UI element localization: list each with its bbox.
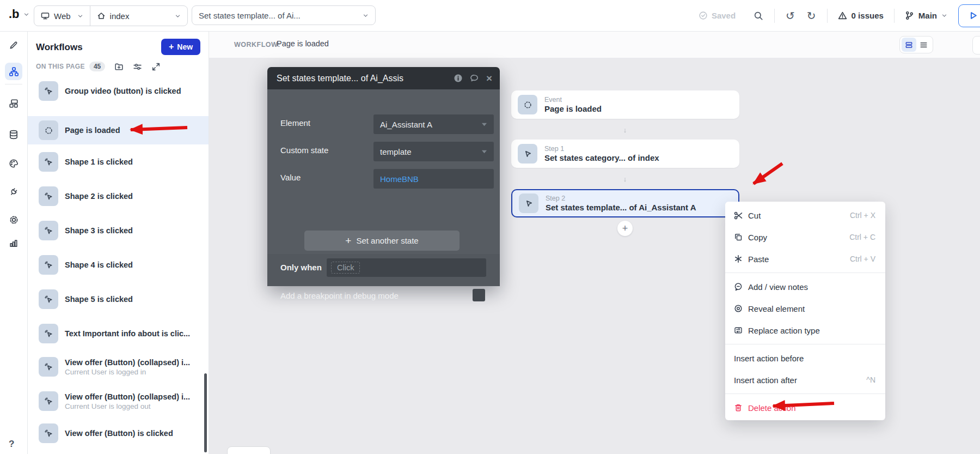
click-event-icon (39, 255, 58, 275)
divider (894, 9, 895, 23)
menu-item-insert-after[interactable]: Insert action after ^N (725, 369, 885, 391)
save-status: Saved (699, 11, 736, 20)
logs-chart-icon[interactable] (5, 234, 22, 252)
new-button-label: New (177, 43, 193, 51)
custom-state-value: template (380, 147, 412, 156)
menu-item-label: Cut (748, 211, 761, 220)
menu-item-shortcut: ^N (866, 376, 875, 384)
workflow-item-label: Shape 2 is clicked (65, 192, 133, 201)
replace-swap-icon (734, 326, 748, 335)
clipped-toolbar-button[interactable] (972, 36, 980, 55)
menu-item-label: Add / view notes (748, 282, 808, 292)
workflow-list-item[interactable]: Shape 2 is clicked (27, 182, 209, 210)
menu-item-shortcut: Ctrl + V (850, 255, 875, 263)
expand-icon[interactable] (151, 62, 161, 71)
menu-item-copy[interactable]: Copy Ctrl + C (725, 226, 885, 248)
value-expression[interactable]: HomeBNB (380, 174, 419, 184)
flow-connector-arrow (624, 171, 626, 189)
add-action-button[interactable]: + (617, 221, 633, 236)
platform-dropdown[interactable]: Web (34, 6, 90, 26)
workflow-list-item[interactable]: Group video (button) is clicked (27, 77, 209, 105)
menu-item-label: Paste (748, 255, 769, 264)
bubble-logo-menu[interactable]: .b (9, 7, 29, 21)
workflow-list-item[interactable]: Shape 5 is clicked (27, 285, 209, 313)
undo-button[interactable]: ↺ (786, 10, 795, 21)
canvas-bottom-control[interactable] (227, 446, 271, 454)
menu-item-notes[interactable]: Add / view notes (725, 276, 885, 298)
workflow-item-label: Shape 1 is clicked (65, 158, 133, 166)
click-event-icon (39, 289, 58, 309)
menu-item-replace[interactable]: Replace action type (725, 319, 885, 341)
click-event-icon (39, 324, 58, 343)
card-view-icon[interactable] (902, 38, 916, 52)
info-icon[interactable] (454, 74, 463, 83)
warning-triangle-icon (838, 11, 847, 20)
workflow-list-item[interactable]: Shape 1 is clicked (27, 148, 209, 176)
page-dropdown[interactable]: index (90, 6, 187, 26)
value-expression-field[interactable]: HomeBNB (373, 169, 494, 189)
filter-sliders-icon[interactable] (133, 62, 142, 71)
only-when-label: Only when (280, 263, 322, 272)
menu-item-delete-action[interactable]: Delete action (725, 397, 885, 419)
chevron-down-icon (941, 13, 947, 19)
menu-item-insert-before[interactable]: Insert action before (725, 347, 885, 369)
redo-button[interactable]: ↻ (807, 10, 816, 21)
new-workflow-button[interactable]: + New (161, 39, 200, 55)
styles-palette-icon[interactable] (5, 155, 22, 172)
modal-header[interactable]: Set states template... of Ai_Assis × (267, 67, 500, 89)
list-view-icon[interactable] (916, 38, 931, 52)
page-label: index (110, 11, 130, 21)
workflow-list-item[interactable]: View offer (Button) (collapsed) i... Cur… (27, 385, 209, 417)
custom-state-dropdown[interactable]: template (373, 142, 494, 161)
set-another-state-button[interactable]: + Set another state (304, 231, 460, 251)
issues-indicator[interactable]: 0 issues (838, 11, 884, 20)
left-icon-rail: ? (0, 31, 28, 454)
workflow-item-label: Shape 5 is clicked (65, 295, 133, 304)
platform-label: Web (54, 11, 71, 21)
workflow-list-item[interactable]: Shape 4 is clicked (27, 251, 209, 279)
workflow-header-label: WORKFLOW: (234, 41, 280, 49)
menu-item-shortcut: Ctrl + C (849, 233, 875, 241)
workflow-node-step1[interactable]: Step 1 Set states category... of index (511, 140, 739, 168)
comment-icon[interactable] (470, 74, 479, 83)
menu-divider (725, 394, 885, 394)
menu-item-paste[interactable]: Paste Ctrl + V (725, 248, 885, 270)
design-pencil-icon[interactable] (5, 37, 22, 54)
click-event-icon (39, 357, 58, 377)
workflow-header-name: Page is loaded (277, 39, 329, 48)
database-icon[interactable] (5, 126, 22, 143)
reusable-elements-icon[interactable] (5, 95, 22, 112)
workflow-item-label: Text Important info about is clic... (65, 329, 190, 338)
only-when-placeholder[interactable]: Click (331, 262, 360, 274)
panel-scrollbar[interactable] (204, 373, 207, 452)
action-cursor-icon (518, 144, 537, 164)
value-label: Value (280, 173, 301, 182)
add-folder-icon[interactable] (114, 62, 124, 71)
paste-asterisk-icon (734, 255, 748, 263)
help-icon[interactable]: ? (9, 439, 14, 450)
menu-item-reveal[interactable]: Reveal element (725, 298, 885, 319)
element-dropdown[interactable]: Ai_Assistant A (373, 114, 494, 134)
search-icon[interactable] (754, 11, 763, 21)
click-event-icon (39, 423, 58, 443)
workflow-node-event[interactable]: Event Page is loaded (511, 90, 739, 119)
close-icon[interactable]: × (486, 72, 492, 84)
settings-gear-icon[interactable] (5, 211, 22, 228)
breakpoint-checkbox[interactable] (473, 289, 485, 301)
workflow-node-step2-selected[interactable]: Step 2 Set states template... of Ai_Assi… (511, 189, 739, 217)
workflow-selector-dropdown[interactable]: Set states template... of Ai... (192, 5, 376, 25)
plugins-plug-icon[interactable] (5, 183, 22, 201)
menu-item-cut[interactable]: Cut Ctrl + X (725, 204, 885, 226)
workflow-list-item[interactable]: View offer (Button) is clicked (27, 419, 209, 447)
workflow-list-item[interactable]: Shape 3 is clicked (27, 216, 209, 245)
menu-divider (725, 273, 885, 273)
workflow-list-item-selected[interactable]: Page is loaded (27, 116, 209, 144)
workflow-tab-icon[interactable] (5, 63, 22, 80)
bubble-editor: .b Web index Set states template... of A… (0, 0, 980, 454)
modal-body: Element Ai_Assistant A Custom state temp… (267, 89, 500, 286)
only-when-input[interactable]: Click (327, 258, 486, 277)
workflow-list-item[interactable]: View offer (Button) (collapsed) i... Cur… (27, 350, 209, 383)
branch-selector[interactable]: Main (905, 11, 947, 20)
preview-play-button[interactable] (958, 4, 980, 27)
workflow-list-item[interactable]: Text Important info about is clic... (27, 319, 209, 348)
